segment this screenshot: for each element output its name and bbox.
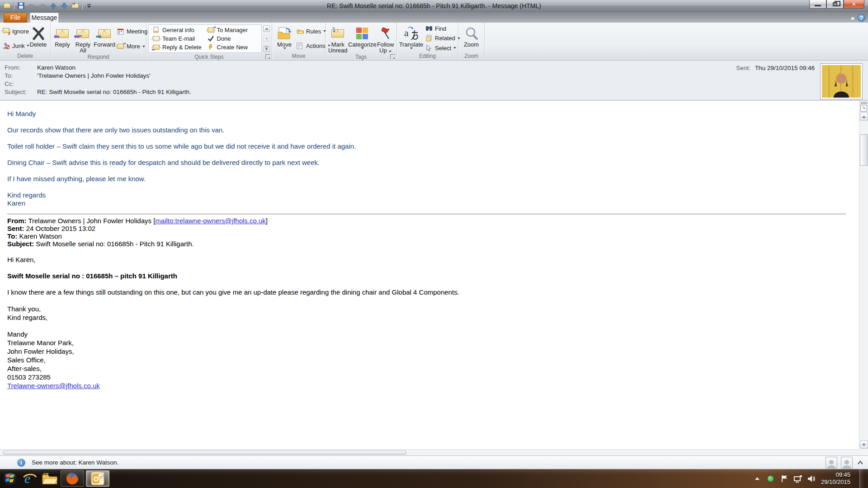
rules-folder-icon (297, 28, 304, 35)
scroll-up-button[interactable] (860, 113, 868, 121)
body-paragraph: Dining Chair – Swift advise this is read… (7, 159, 854, 167)
people-pane-bar: i See more about: Karen Watson. (0, 455, 868, 469)
tab-message[interactable]: Message (30, 13, 59, 23)
body-paragraph: Our records show that there are only two… (7, 126, 854, 134)
message-body-area: Hi Mandy Our records show that there are… (0, 100, 868, 455)
taskbar: e O (0, 469, 868, 488)
signature-block: Mandy Trelawne Manor Park, John Fowler H… (7, 330, 854, 390)
group-label-move: Move (272, 53, 325, 60)
ignore-button[interactable]: ✗ Ignore (1, 27, 28, 36)
clock-time: 09:45 (821, 471, 850, 479)
meeting-calendar-icon (117, 28, 125, 35)
reading-options-icon[interactable] (860, 105, 867, 112)
outlook-taskbar-button[interactable]: O (86, 470, 109, 487)
binoculars-icon (425, 25, 433, 32)
scrollbar-thumb[interactable] (860, 134, 868, 166)
avatar-placeholder[interactable] (826, 457, 837, 469)
tab-file[interactable]: File (4, 13, 27, 23)
group-label-respond: Respond (51, 54, 146, 60)
window-title: RE: Swift Moselle serial no: 016685h - P… (0, 2, 868, 9)
horizontal-scrollbar-thumb[interactable] (3, 450, 406, 455)
mailto-link[interactable]: mailto:trelawne-owners@jfhols.co.uk (155, 217, 266, 225)
contact-photo[interactable] (820, 63, 863, 99)
forward-button[interactable]: ➡ Forward (93, 24, 116, 54)
action-center-flag-icon[interactable] (780, 474, 788, 483)
quick-step-create-new[interactable]: Create New (206, 43, 261, 52)
quick-steps-scroll-up-icon[interactable] (263, 25, 270, 32)
header-subject-row: Subject: RE: Swift Moselle serial no: 01… (5, 89, 191, 95)
body-signoff: Kind regards Karen (7, 191, 854, 207)
message-header: From: Karen Watson To: 'Trelawne Owners … (0, 61, 868, 100)
internet-explorer-icon[interactable]: e (20, 469, 40, 488)
close-button[interactable]: ✕ (844, 0, 864, 9)
minimize-ribbon-icon[interactable] (850, 17, 855, 19)
quick-step-done[interactable]: Done (206, 34, 261, 43)
quick-step-general-info[interactable]: General info (151, 26, 206, 34)
message-content[interactable]: Hi Mandy Our records show that there are… (0, 101, 859, 449)
delete-button[interactable]: Delete (28, 24, 49, 53)
select-dropdown-icon (453, 47, 456, 49)
firefox-taskbar-button[interactable] (61, 470, 84, 487)
reply-all-button[interactable]: ⬅⬅ Reply All (73, 24, 94, 54)
move-folder-icon (277, 25, 292, 42)
delete-x-icon (32, 25, 45, 42)
categorize-dropdown-icon (361, 47, 364, 49)
group-label-editing: Editing (397, 53, 458, 60)
junk-icon (3, 42, 10, 49)
quick-steps-dialog-launcher-icon[interactable] (265, 54, 270, 59)
quick-step-to-manager[interactable]: ➜ To Manager (206, 26, 261, 34)
split-handle[interactable] (860, 102, 868, 104)
ribbon: ✗ Ignore Junk Delete (0, 23, 868, 61)
start-button[interactable] (0, 469, 20, 488)
zoom-button[interactable]: Zoom (460, 24, 483, 53)
related-button[interactable]: Related (424, 33, 457, 43)
envelope-icon (153, 35, 160, 42)
quick-steps-more-icon[interactable] (263, 45, 270, 52)
windows-explorer-icon[interactable] (40, 469, 60, 488)
quoted-subject-line: Subject: Swift Moselle serial no: 016685… (7, 240, 854, 248)
show-hidden-icons-button[interactable] (753, 474, 761, 483)
rules-button[interactable]: Rules (295, 27, 323, 36)
show-desktop-button[interactable] (859, 469, 863, 488)
follow-up-button[interactable]: Follow Up (376, 24, 395, 54)
more-respond-button[interactable]: ➜ More (116, 42, 145, 51)
mark-unread-button[interactable]: ⤵ Mark Unread (327, 24, 349, 54)
actions-button[interactable]: Actions (295, 41, 323, 51)
status-green-icon[interactable] (767, 474, 775, 483)
signature-email-link[interactable]: Trelawne-owners@jfhols.co.uk (7, 382, 100, 389)
categorize-button[interactable]: Categorize (349, 24, 376, 54)
junk-button[interactable]: Junk (1, 41, 28, 51)
quick-step-reply-delete[interactable]: ⬅ Reply & Delete (151, 43, 206, 52)
taskbar-clock[interactable]: 09:45 29/10/2015 (821, 471, 850, 486)
meeting-button[interactable]: Meeting (116, 27, 145, 36)
horizontal-scrollbar[interactable] (0, 449, 859, 455)
find-button[interactable]: Find (424, 24, 457, 33)
header-cc-row: Cc: (5, 80, 37, 87)
window-controls: ✕ (809, 0, 864, 9)
expand-people-pane-icon[interactable] (856, 459, 864, 467)
avatar-placeholder[interactable] (841, 457, 853, 469)
quoted-thanks: Thank you, Kind regards, (7, 305, 854, 322)
reply-button[interactable]: ⬅ Reply (52, 24, 73, 54)
vertical-scrollbar[interactable] (859, 101, 868, 449)
cursor-arrow-icon (425, 45, 433, 52)
envelope-reply-icon: ⬅ (153, 44, 160, 51)
network-icon[interactable] (794, 474, 802, 483)
tags-dialog-launcher-icon[interactable] (390, 54, 395, 59)
quick-steps-scroll-down-icon[interactable] (263, 35, 270, 42)
quick-step-team-email[interactable]: Team E-mail (151, 34, 206, 43)
help-icon[interactable]: ? (858, 14, 865, 22)
move-button[interactable]: Move (274, 24, 295, 53)
reply-all-icon: ⬅⬅ (76, 25, 89, 42)
categorize-icon (356, 25, 368, 42)
minimize-button[interactable] (809, 0, 826, 9)
translate-button[interactable]: a Translate (398, 24, 424, 53)
from-value: Karen Watson (37, 64, 75, 71)
translate-icon: a (404, 25, 419, 42)
select-button[interactable]: Select (424, 43, 457, 53)
sent-value: Thu 29/10/2015 09:46 (755, 65, 815, 71)
scroll-down-button[interactable] (860, 441, 868, 449)
volume-icon[interactable] (807, 474, 816, 483)
restore-button[interactable] (826, 0, 844, 9)
group-label-delete: Delete (0, 53, 50, 60)
